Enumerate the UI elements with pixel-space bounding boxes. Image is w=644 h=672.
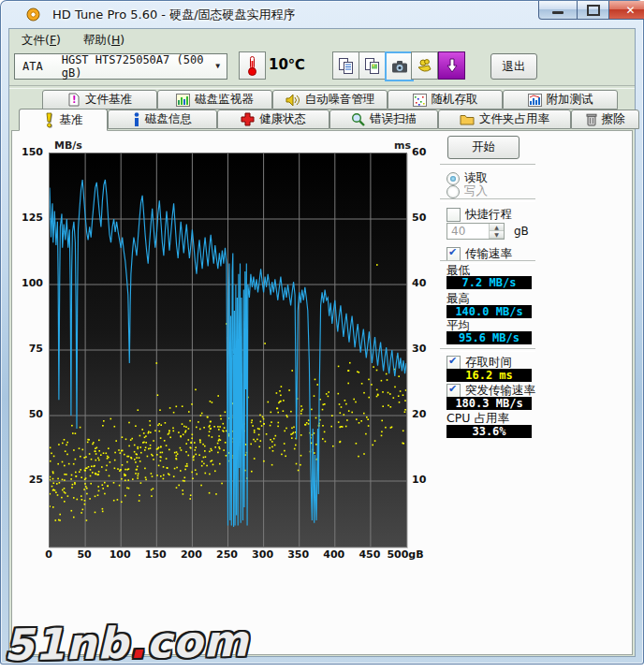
title-bar[interactable]: HD Tune Pro 5.60 - 硬盘/固态硬盘实用程序 ✕ bbox=[0, 0, 644, 28]
axis-tick-label: 50 bbox=[412, 212, 444, 225]
tab-label: 磁盘信息 bbox=[145, 111, 192, 127]
watermark: 51nb.com bbox=[4, 616, 250, 671]
tab-label: 磁盘监视器 bbox=[195, 92, 254, 108]
tab-random-access[interactable]: 随机存取 bbox=[388, 90, 503, 110]
temperature-value: 10℃ bbox=[269, 56, 305, 73]
axis-tick-label: 20 bbox=[412, 408, 444, 421]
tab-aam[interactable]: 自动噪音管理 bbox=[272, 90, 388, 110]
camera-icon bbox=[391, 60, 408, 74]
tab-label: 错误扫描 bbox=[370, 111, 417, 127]
tab-label: 随机存取 bbox=[432, 92, 478, 108]
axis-tick-label: 500gB bbox=[385, 548, 426, 562]
tab-erase[interactable]: 擦除 bbox=[571, 110, 639, 129]
axis-tick-label: 75 bbox=[0, 343, 43, 356]
checkbox-icon bbox=[446, 208, 461, 222]
axis-tick-label: 25 bbox=[0, 474, 43, 487]
toolbar-divider bbox=[9, 85, 635, 89]
svg-text:!: ! bbox=[72, 95, 77, 105]
axis-tick-label: 100 bbox=[0, 277, 43, 290]
checkbox-checked-icon bbox=[446, 247, 461, 261]
tab-label: 文件基准 bbox=[85, 92, 132, 108]
burst-rate-value: 180.3 MB/s bbox=[446, 397, 532, 410]
tab-health[interactable]: 健康状态 bbox=[217, 110, 329, 129]
avg-value: 95.6 MB/s bbox=[446, 331, 532, 344]
copy-text-button[interactable] bbox=[332, 51, 359, 80]
chevron-down-icon: ▼ bbox=[215, 62, 220, 70]
hd-tune-pro-window: HD Tune Pro 5.60 - 硬盘/固态硬盘实用程序 ✕ 文件(F) 帮… bbox=[0, 0, 644, 672]
short-stroke-unit: gB bbox=[514, 225, 529, 238]
spinner-up-icon[interactable]: ▲ bbox=[490, 224, 504, 231]
drive-interface: ATA bbox=[22, 60, 43, 73]
tab-label: 基准 bbox=[60, 112, 83, 128]
donate-button[interactable] bbox=[411, 51, 438, 80]
axis-tick-label: 10 bbox=[412, 474, 444, 487]
hand-coins-icon bbox=[417, 58, 433, 74]
y-left-axis-unit: MB/s bbox=[54, 139, 82, 152]
checkbox-checked-icon bbox=[446, 384, 461, 398]
tab-label: 擦除 bbox=[602, 111, 625, 127]
short-stroke-spinner[interactable]: 40 ▲▼ bbox=[446, 223, 505, 240]
y-right-axis-unit: ms bbox=[394, 139, 411, 152]
write-radio[interactable]: 写入 bbox=[446, 183, 488, 199]
disk-monitor-icon bbox=[176, 94, 190, 107]
drive-model: HGST HTS725050A7 (500 gB) bbox=[62, 53, 227, 80]
start-button[interactable]: 开始 bbox=[447, 136, 520, 159]
axis-tick-label: 60 bbox=[412, 146, 444, 159]
axis-tick-label: 30 bbox=[412, 343, 444, 356]
checkbox-checked-icon bbox=[446, 356, 461, 370]
speaker-icon bbox=[285, 94, 300, 107]
divider bbox=[440, 348, 535, 352]
spinner-down-icon[interactable]: ▼ bbox=[490, 231, 504, 239]
copy-text-icon bbox=[338, 57, 355, 75]
divider bbox=[440, 164, 535, 168]
window-title: HD Tune Pro 5.60 - 硬盘/固态硬盘实用程序 bbox=[52, 7, 296, 23]
tab-benchmark[interactable]: 基准 bbox=[19, 109, 108, 131]
cpu-usage-value: 33.6% bbox=[446, 425, 532, 438]
copy-image-icon bbox=[364, 57, 381, 75]
info-icon bbox=[133, 112, 140, 126]
divider bbox=[440, 198, 535, 202]
max-value: 140.0 MB/s bbox=[446, 305, 532, 318]
drive-select-dropdown[interactable]: ATA HGST HTS725050A7 (500 gB) ▼ bbox=[14, 53, 227, 80]
close-icon: ✕ bbox=[625, 4, 635, 17]
tab-file-benchmark[interactable]: ! 文件基准 bbox=[42, 90, 157, 110]
health-cross-icon bbox=[241, 112, 255, 126]
tab-label: 自动噪音管理 bbox=[305, 92, 375, 108]
close-button[interactable]: ✕ bbox=[608, 1, 644, 20]
magnifier-icon bbox=[351, 112, 365, 126]
app-icon bbox=[25, 7, 41, 26]
minimize-button[interactable] bbox=[538, 1, 578, 20]
radio-icon bbox=[446, 185, 460, 198]
tab-disk-monitor[interactable]: 磁盘监视器 bbox=[157, 90, 272, 110]
tab-label: 健康状态 bbox=[259, 111, 306, 127]
benchmark-icon bbox=[44, 112, 55, 128]
tab-extra-tests[interactable]: 附加测试 bbox=[503, 90, 618, 110]
axis-tick-label: 50 bbox=[0, 408, 43, 421]
tab-label: 附加测试 bbox=[547, 92, 593, 108]
menu-help[interactable]: 帮助(H) bbox=[74, 31, 134, 51]
folder-icon bbox=[460, 113, 475, 125]
temperature-button[interactable] bbox=[239, 51, 266, 80]
trash-icon bbox=[586, 112, 597, 126]
short-stroke-checkbox[interactable]: 快捷行程 bbox=[446, 207, 512, 223]
screenshot-button[interactable] bbox=[385, 51, 414, 81]
minimize-icon bbox=[552, 11, 564, 14]
menu-file[interactable]: 文件(F) bbox=[12, 31, 70, 51]
tab-disk-info[interactable]: 磁盘信息 bbox=[108, 110, 217, 129]
maximize-icon bbox=[587, 5, 600, 16]
tab-error-scan[interactable]: 错误扫描 bbox=[329, 110, 438, 129]
axis-tick-label: 40 bbox=[412, 277, 444, 290]
watermark-dot: . bbox=[128, 618, 146, 668]
menu-bar: 文件(F) 帮助(H) bbox=[8, 30, 636, 51]
min-value: 7.2 MB/s bbox=[446, 276, 532, 289]
copy-image-button[interactable] bbox=[359, 51, 386, 80]
access-time-value: 16.2 ms bbox=[446, 369, 532, 382]
file-benchmark-icon: ! bbox=[67, 93, 80, 107]
tab-folder-usage[interactable]: 文件夹占用率 bbox=[438, 110, 571, 129]
axis-tick-label: 150 bbox=[0, 146, 43, 159]
maximize-button[interactable] bbox=[578, 1, 608, 20]
axis-tick-label: 125 bbox=[0, 212, 43, 225]
update-button[interactable] bbox=[438, 51, 465, 80]
exit-button[interactable]: 退出 bbox=[490, 53, 537, 80]
random-access-icon bbox=[413, 94, 427, 107]
